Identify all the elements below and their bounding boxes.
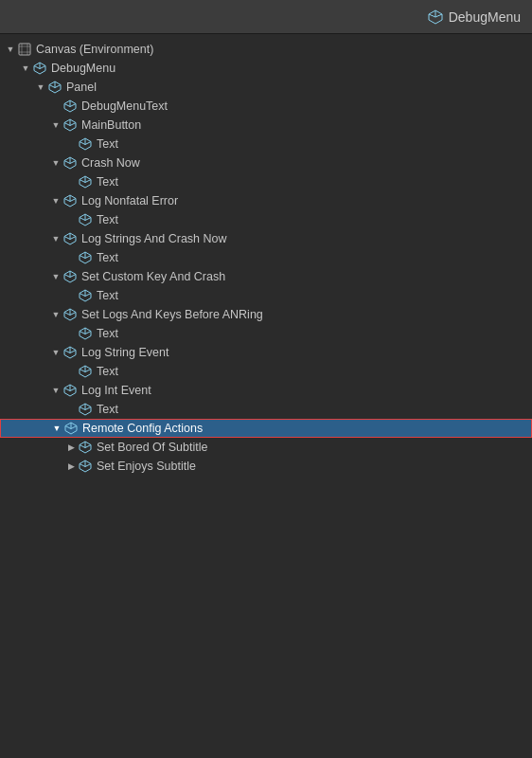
svg-line-91 bbox=[80, 445, 85, 448]
tree-arrow[interactable]: ▼ bbox=[49, 229, 62, 248]
tree-item-label: Text bbox=[97, 248, 118, 267]
svg-line-76 bbox=[85, 370, 91, 372]
tree-item-logint-text[interactable]: Text bbox=[0, 400, 532, 419]
svg-line-75 bbox=[80, 370, 85, 372]
tree-item-label: DebugMenu bbox=[51, 59, 115, 78]
tree-item-crashnow[interactable]: ▼ Crash Now bbox=[0, 153, 532, 172]
tree-arrow[interactable]: ▼ bbox=[49, 191, 62, 210]
cube-icon bbox=[47, 80, 62, 95]
svg-line-80 bbox=[70, 388, 76, 391]
tree-item-setcustom[interactable]: ▼ Set Custom Key And Crash bbox=[0, 267, 532, 286]
tree-item-logint[interactable]: ▼ Log Int Event bbox=[0, 381, 532, 400]
tree-item-debugmenu[interactable]: ▼ DebugMenu bbox=[0, 59, 532, 78]
tree-arrow[interactable]: ▼ bbox=[34, 78, 47, 97]
cube-icon bbox=[62, 345, 78, 360]
cube-icon bbox=[62, 383, 78, 398]
tree-item-label: MainButton bbox=[81, 116, 141, 135]
tree-arrow[interactable]: ▼ bbox=[49, 343, 62, 362]
tree-arrow[interactable]: ▼ bbox=[49, 267, 62, 286]
svg-line-28 bbox=[85, 142, 91, 145]
tree-item-canvas[interactable]: ▼ Canvas (Environment) bbox=[0, 40, 532, 59]
tree-item-label: Text bbox=[97, 400, 118, 419]
tree-arrow[interactable]: ▼ bbox=[49, 116, 62, 135]
tree-item-label: Text bbox=[97, 362, 118, 381]
svg-line-2 bbox=[429, 14, 435, 17]
svg-line-68 bbox=[85, 332, 91, 334]
tree-item-logstrings[interactable]: ▼ Log Strings And Crash Now bbox=[0, 229, 532, 248]
svg-line-23 bbox=[64, 123, 70, 126]
svg-line-31 bbox=[64, 161, 70, 164]
svg-line-72 bbox=[70, 351, 76, 353]
tree-arrow[interactable]: ▶ bbox=[64, 457, 78, 476]
cube-icon bbox=[78, 136, 93, 152]
svg-line-88 bbox=[71, 426, 77, 429]
cube-icon bbox=[78, 402, 93, 417]
cube-icon bbox=[32, 61, 47, 76]
tree-item-setbored[interactable]: ▶ Set Bored Of Subtitle bbox=[0, 438, 532, 457]
tree-item-logstrings-text[interactable]: Text bbox=[0, 248, 532, 267]
svg-line-44 bbox=[85, 218, 91, 221]
cube-icon bbox=[78, 288, 93, 303]
svg-line-36 bbox=[85, 180, 91, 183]
tree-view: ▼ Canvas (Environment)▼ DebugMenu▼ Panel… bbox=[0, 34, 532, 481]
svg-line-79 bbox=[64, 388, 70, 391]
tree-item-label: Set Bored Of Subtitle bbox=[97, 438, 207, 457]
cube-icon bbox=[62, 269, 78, 284]
tree-arrow[interactable]: ▼ bbox=[4, 40, 17, 59]
svg-line-84 bbox=[85, 407, 91, 410]
tree-item-setlogs[interactable]: ▼ Set Logs And Keys Before ANRing bbox=[0, 305, 532, 324]
tree-item-label: DebugMenuText bbox=[81, 97, 168, 116]
tree-item-remoteconfig[interactable]: ▼ Remote Config Actions bbox=[0, 419, 532, 438]
svg-line-48 bbox=[70, 237, 76, 240]
header-title-text: DebugMenu bbox=[449, 9, 521, 25]
svg-line-19 bbox=[64, 104, 70, 107]
tree-item-mainbutton[interactable]: ▼ MainButton bbox=[0, 116, 532, 135]
svg-line-15 bbox=[49, 85, 55, 88]
svg-line-27 bbox=[80, 142, 85, 145]
tree-item-mainbutton-text[interactable]: Text bbox=[0, 135, 532, 153]
svg-line-24 bbox=[70, 123, 76, 126]
tree-arrow[interactable]: ▼ bbox=[49, 381, 62, 400]
tree-item-debugmenutext[interactable]: DebugMenuText bbox=[0, 97, 532, 116]
tree-item-lognonfatal-text[interactable]: Text bbox=[0, 210, 532, 229]
tree-arrow[interactable]: ▶ bbox=[64, 438, 78, 457]
cube-icon bbox=[62, 155, 78, 171]
cube-icon bbox=[78, 250, 93, 265]
tree-item-label: Log String Event bbox=[81, 343, 168, 362]
tree-item-setenjoys[interactable]: ▶ Set Enjoys Subtitle bbox=[0, 457, 532, 476]
svg-line-56 bbox=[70, 275, 76, 278]
cube-icon bbox=[78, 364, 93, 379]
tree-item-panel[interactable]: ▼ Panel bbox=[0, 78, 532, 97]
tree-item-label: Remote Config Actions bbox=[82, 419, 203, 438]
tree-item-logstring-text[interactable]: Text bbox=[0, 362, 532, 381]
cube-icon bbox=[78, 212, 93, 227]
svg-line-3 bbox=[435, 14, 442, 17]
tree-item-logstring[interactable]: ▼ Log String Event bbox=[0, 343, 532, 362]
cube-icon bbox=[62, 193, 78, 208]
tree-item-label: Text bbox=[97, 210, 118, 229]
tree-item-label: Log Int Event bbox=[81, 381, 151, 400]
tree-arrow[interactable]: ▼ bbox=[50, 419, 63, 438]
header-cube-icon bbox=[428, 9, 443, 25]
tree-item-label: Text bbox=[97, 286, 118, 305]
cube-icon bbox=[78, 326, 93, 341]
tree-item-crashnow-text[interactable]: Text bbox=[0, 172, 532, 191]
svg-line-43 bbox=[80, 218, 85, 221]
cube-icon bbox=[62, 117, 78, 133]
header-title: DebugMenu bbox=[428, 9, 521, 25]
svg-line-67 bbox=[80, 332, 85, 334]
cube-icon bbox=[78, 174, 93, 190]
tree-item-setcustom-text[interactable]: Text bbox=[0, 286, 532, 305]
tree-item-label: Text bbox=[97, 324, 118, 343]
tree-arrow[interactable]: ▼ bbox=[19, 59, 32, 78]
svg-line-32 bbox=[70, 161, 76, 164]
tree-item-label: Set Custom Key And Crash bbox=[81, 267, 225, 286]
svg-line-92 bbox=[85, 445, 91, 448]
svg-line-83 bbox=[80, 407, 85, 410]
svg-line-16 bbox=[55, 85, 61, 88]
tree-arrow[interactable]: ▼ bbox=[49, 305, 62, 324]
tree-arrow[interactable]: ▼ bbox=[49, 153, 62, 172]
tree-item-lognonfatal[interactable]: ▼ Log Nonfatal Error bbox=[0, 191, 532, 210]
tree-item-setlogs-text[interactable]: Text bbox=[0, 324, 532, 343]
svg-line-11 bbox=[34, 66, 40, 69]
